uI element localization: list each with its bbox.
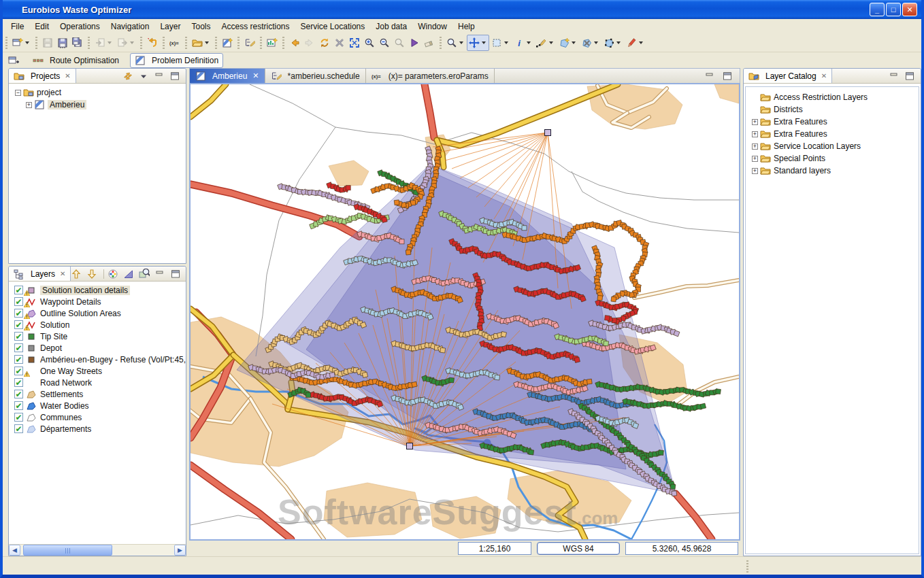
save-all-icon[interactable]: [70, 35, 85, 51]
maximize-icon[interactable]: [169, 71, 180, 82]
tab-close-icon[interactable]: ✕: [252, 71, 259, 80]
map-canvas[interactable]: SoftwareSuggest.com: [189, 83, 740, 541]
catalog-tree-item[interactable]: +Standard layers: [746, 165, 919, 177]
layer-checkbox[interactable]: ✔: [14, 424, 23, 433]
coords-field[interactable]: 5.3260, 45.9628: [625, 542, 738, 555]
menu-service-locations[interactable]: Service Locations: [295, 20, 371, 33]
menu-tools[interactable]: Tools: [186, 20, 216, 33]
layer-list-item[interactable]: ✔One Way Streets: [9, 365, 186, 377]
tree-expander-icon[interactable]: −: [15, 90, 21, 96]
layer-list-item[interactable]: ✔Water Bodies: [9, 400, 186, 411]
layer-catalog-tab[interactable]: Layer Catalog ✕: [744, 69, 832, 83]
minimize-icon[interactable]: [889, 71, 900, 82]
layers-horizontal-scrollbar[interactable]: ◀ ▶: [9, 544, 186, 556]
catalog-tree-item[interactable]: Districts: [746, 103, 919, 116]
select-area-icon[interactable]: [489, 35, 512, 51]
layers-tab[interactable]: Layers ✕: [9, 267, 71, 281]
menu-operations[interactable]: Operations: [54, 20, 105, 33]
projects-close-icon[interactable]: ✕: [65, 72, 70, 80]
maximize-button[interactable]: □: [886, 3, 901, 16]
view-menu-icon[interactable]: [138, 71, 149, 82]
catalog-tree-item[interactable]: +Service Location Layers: [746, 140, 919, 152]
layer-list-item[interactable]: ✔Départements: [9, 423, 186, 435]
layer-checkbox[interactable]: ✔: [14, 286, 23, 294]
menu-job-data[interactable]: Job data: [370, 20, 412, 33]
save-as-icon[interactable]: [55, 35, 70, 51]
draw-line-dropdown-icon[interactable]: [549, 41, 553, 44]
draw-pencil-dropdown-icon[interactable]: [639, 41, 643, 44]
draw-pencil-icon[interactable]: [624, 35, 646, 51]
catalog-tree-item[interactable]: +Extra Features: [746, 128, 919, 140]
magnifier-dropdown-icon[interactable]: [459, 41, 463, 44]
layer-list-item[interactable]: ✔Solution: [9, 319, 186, 330]
layer-checkbox[interactable]: ✔: [14, 309, 23, 318]
layer-checkbox[interactable]: ✔: [14, 343, 23, 352]
layer-list-item[interactable]: ✔Depot: [9, 342, 186, 354]
info-dropdown-icon[interactable]: [527, 41, 531, 44]
catalog-tree-item[interactable]: +Special Points: [746, 152, 919, 165]
layer-checkbox[interactable]: ✔: [14, 401, 23, 410]
revert-icon[interactable]: [145, 35, 160, 51]
move-down-icon[interactable]: [86, 269, 97, 279]
select-area-dropdown-icon[interactable]: [504, 41, 508, 44]
minimize-icon[interactable]: [154, 71, 165, 82]
editor-maximize-icon[interactable]: [722, 71, 733, 82]
zoom-layer-icon[interactable]: [139, 269, 150, 279]
minimize-button[interactable]: _: [870, 3, 885, 16]
edit-schedule-icon[interactable]: [242, 35, 257, 51]
menu-layer[interactable]: Layer: [154, 20, 186, 33]
title-bar[interactable]: Eurobios Waste Optimizer _ □ ✕: [3, 0, 921, 19]
layer-list-item[interactable]: ✔Communes: [9, 411, 186, 423]
info-icon[interactable]: i: [512, 35, 534, 51]
menu-file[interactable]: File: [5, 20, 29, 33]
open-folder-icon[interactable]: [190, 35, 212, 51]
layer-catalog-close-icon[interactable]: ✕: [821, 72, 827, 80]
delete-polygon-icon[interactable]: [579, 35, 601, 51]
layer-checkbox[interactable]: ✔: [14, 367, 23, 375]
move-up-icon[interactable]: [71, 269, 82, 279]
tree-expander-icon[interactable]: +: [752, 119, 758, 125]
scroll-left-icon[interactable]: ◀: [9, 545, 20, 556]
catalog-tree-item[interactable]: +Extra Features: [746, 116, 919, 128]
parameters-icon[interactable]: (x)=: [167, 35, 182, 51]
new-wizard-dropdown-icon[interactable]: [25, 41, 29, 44]
minimize-icon[interactable]: [154, 269, 165, 279]
layer-list-item[interactable]: ✔Settlements: [9, 388, 186, 400]
new-polygon-icon[interactable]: [557, 35, 579, 51]
layer-list-item[interactable]: ✔Solution location details: [9, 284, 186, 296]
layer-checkbox[interactable]: ✔: [14, 413, 23, 422]
layer-list-item[interactable]: ✔Road Network: [9, 377, 186, 388]
maximize-icon[interactable]: [904, 71, 915, 82]
new-wizard-icon[interactable]: [10, 35, 33, 51]
tree-expander-icon[interactable]: +: [26, 102, 32, 108]
editor-tab--x-parameters-eroparams[interactable]: (x)=(x)= parameters.eroParams: [366, 69, 495, 83]
import-dropdown-icon[interactable]: [108, 41, 112, 44]
refresh-icon[interactable]: [317, 35, 332, 51]
catalog-tree-item[interactable]: Access Restriction Layers: [746, 91, 919, 103]
editor-minimize-icon[interactable]: [704, 71, 715, 82]
layer-list-item[interactable]: ✔Tip Site: [9, 330, 186, 342]
pan-dropdown-icon[interactable]: [482, 41, 486, 44]
menu-navigation[interactable]: Navigation: [105, 20, 155, 33]
edit-nodes-icon[interactable]: [601, 35, 624, 51]
layer-checkbox[interactable]: ✔: [14, 378, 23, 387]
zoom-out-icon[interactable]: [377, 35, 392, 51]
new-polygon-dropdown-icon[interactable]: [572, 41, 576, 44]
layer-list-item[interactable]: ✔Ambérieu-en-Bugey - Refuse (Vol/Pt:45,: [9, 354, 186, 365]
layer-checkbox[interactable]: ✔: [14, 355, 23, 364]
magnifier-icon[interactable]: [444, 35, 467, 51]
menu-edit[interactable]: Edit: [29, 20, 54, 33]
eraser-icon[interactable]: [422, 35, 437, 51]
new-map-icon[interactable]: [220, 35, 235, 51]
projects-tab[interactable]: Projects ✕: [9, 69, 76, 83]
tree-expander-icon[interactable]: +: [752, 143, 758, 150]
perspective-problem-definition[interactable]: Problem Definition: [130, 53, 223, 68]
run-icon[interactable]: [407, 35, 422, 51]
layers-close-icon[interactable]: ✕: [60, 270, 65, 277]
scroll-right-icon[interactable]: ▶: [174, 545, 186, 556]
editor-tab-amberieu[interactable]: Amberieu✕: [190, 69, 265, 83]
delete-polygon-dropdown-icon[interactable]: [594, 41, 598, 44]
menu-help[interactable]: Help: [452, 20, 480, 33]
tree-expander-icon[interactable]: +: [752, 156, 758, 162]
maximize-icon[interactable]: [170, 269, 181, 279]
